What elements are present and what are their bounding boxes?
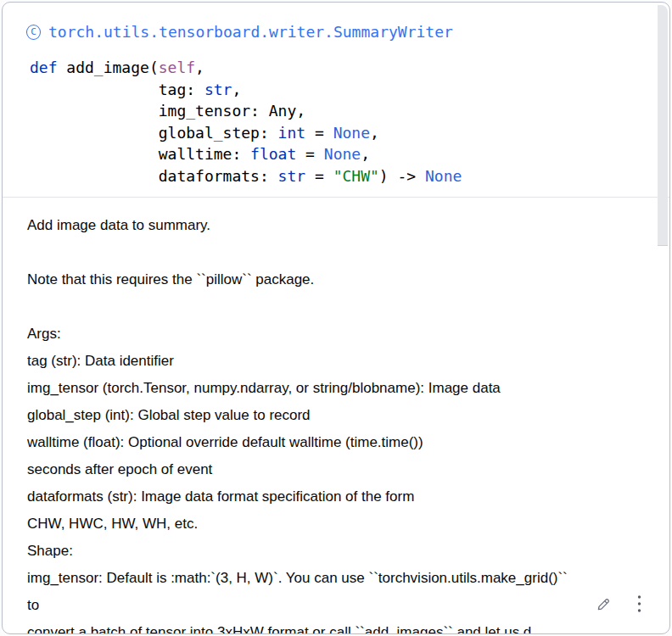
docstring-line: dataformats (str): Image data format spe…: [27, 483, 669, 510]
signature-line: dataformats: str = "CHW") -> None: [30, 165, 669, 187]
class-icon: C: [26, 25, 41, 40]
signature-line: tag: str,: [30, 79, 669, 101]
docstring-line: Args:: [27, 321, 669, 348]
docstring-line: global_step (int): Global step value to …: [27, 402, 669, 429]
docstring-line: Shape:: [27, 538, 669, 565]
edit-button[interactable]: [595, 594, 612, 613]
docstring-line: Note that this requires the ``pillow`` p…: [27, 266, 669, 293]
docstring-line: [27, 239, 669, 266]
signature-line: global_step: int = None,: [30, 122, 669, 144]
docstring-line: CHW, HWC, HW, WH, etc.: [27, 510, 669, 538]
docstring-line: tag (str): Data identifier: [27, 348, 669, 375]
signature-line: walltime: float = None,: [30, 143, 669, 165]
function-signature: def add_image(self, tag: str, img_tensor…: [30, 57, 669, 187]
docstring-line: img_tensor (torch.Tensor, numpy.ndarray,…: [27, 375, 669, 402]
docstring-line: seconds after epoch of event: [27, 456, 669, 483]
divider: [3, 197, 669, 198]
docstring-line: convert a batch of tensor into 3xHxW for…: [27, 619, 669, 634]
docstring-line: Add image data to summary.: [27, 212, 669, 239]
docstring-line: [27, 293, 669, 321]
more-options-button[interactable]: [630, 594, 647, 613]
kebab-menu-icon: [637, 594, 641, 613]
qualified-class-name-link[interactable]: torch.utils.tensorboard.writer.SummaryWr…: [48, 21, 453, 43]
docstring-line: walltime (float): Optional override defa…: [27, 429, 669, 456]
docstring-line: img_tensor: Default is :math:`(3, H, W)`…: [27, 565, 669, 592]
vertical-scrollbar-thumb[interactable]: [658, 5, 668, 246]
documentation-popup: C torch.utils.tensorboard.writer.Summary…: [2, 2, 670, 634]
docstring: Add image data to summary. Note that thi…: [27, 212, 669, 634]
signature-line: def add_image(self,: [30, 57, 669, 79]
popup-toolbar: [595, 594, 647, 613]
pencil-icon: [596, 596, 612, 612]
signature-line: img_tensor: Any,: [30, 100, 669, 122]
docstring-line: to: [27, 592, 669, 619]
popup-header: C torch.utils.tensorboard.writer.Summary…: [3, 3, 669, 43]
